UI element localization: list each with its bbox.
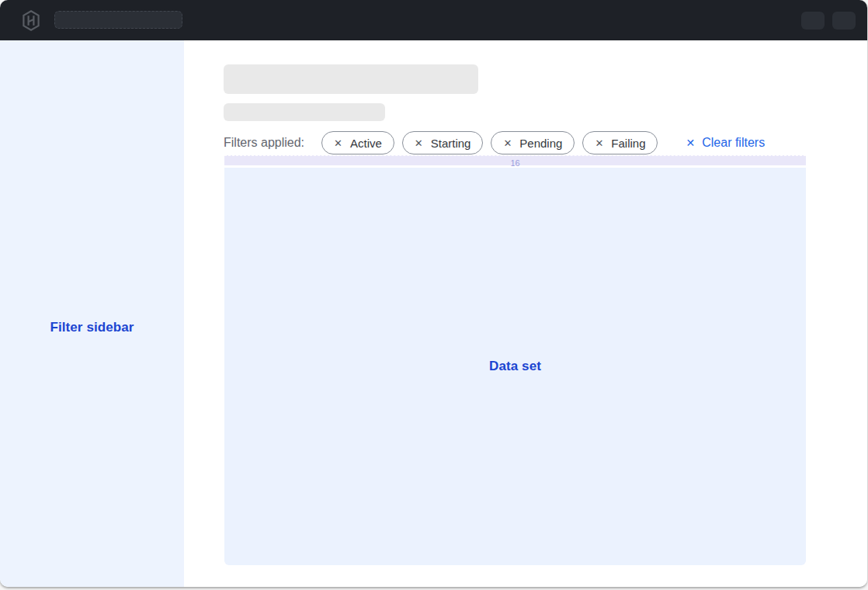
filter-sidebar: Filter sidebar	[0, 40, 184, 587]
title-placeholder	[224, 64, 478, 94]
dataset-count-bar: 16	[224, 155, 806, 165]
filter-chip-active[interactable]: ✕ Active	[321, 131, 394, 154]
filter-chip-pending[interactable]: ✕ Pending	[491, 131, 575, 154]
filter-sidebar-label: Filter sidebar	[0, 320, 184, 335]
filters-applied-label: Filters applied:	[224, 136, 304, 150]
subtitle-placeholder	[224, 103, 385, 121]
main-content: Filters applied: ✕ Active ✕ Starting ✕ P…	[184, 40, 867, 587]
clear-filters-button[interactable]: ✕ Clear filters	[686, 136, 765, 150]
clear-filters-label: Clear filters	[702, 136, 765, 150]
filter-chip-label: Pending	[519, 137, 562, 150]
topbar-action-2-button[interactable]	[832, 12, 856, 30]
filter-chip-failing[interactable]: ✕ Failing	[582, 131, 658, 154]
clear-filters-x-icon: ✕	[686, 137, 695, 149]
filter-chip-starting[interactable]: ✕ Starting	[402, 131, 484, 154]
filter-chip-label: Starting	[431, 137, 471, 150]
dataset-label: Data set	[224, 359, 806, 374]
remove-filter-icon[interactable]: ✕	[595, 138, 603, 148]
topbar	[0, 0, 867, 40]
dataset-region: Data set	[224, 168, 806, 565]
hashicorp-logo-icon	[22, 10, 40, 31]
app-window: Filter sidebar Filters applied: ✕ Active…	[0, 0, 867, 587]
remove-filter-icon[interactable]: ✕	[415, 138, 423, 148]
search-input-placeholder[interactable]	[54, 11, 182, 29]
filters-applied-row: Filters applied: ✕ Active ✕ Starting ✕ P…	[224, 131, 765, 154]
filter-chip-label: Active	[350, 137, 382, 150]
remove-filter-icon[interactable]: ✕	[334, 138, 342, 148]
topbar-action-1-button[interactable]	[801, 12, 825, 30]
dataset-count: 16	[510, 158, 519, 168]
filter-chip-label: Failing	[611, 137, 645, 150]
remove-filter-icon[interactable]: ✕	[503, 138, 512, 148]
